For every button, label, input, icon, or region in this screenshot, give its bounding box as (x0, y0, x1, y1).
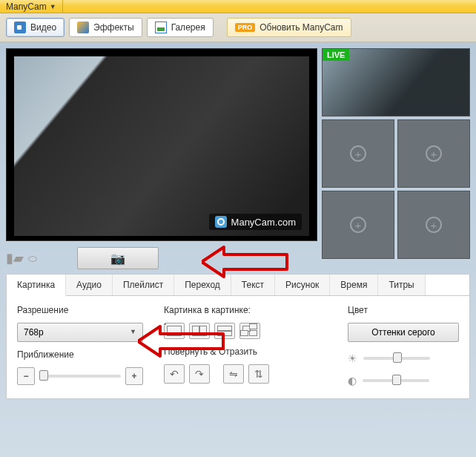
tab-effects[interactable]: Эффекты (69, 18, 142, 37)
tab-effects-label: Эффекты (93, 22, 134, 33)
zoom-out-button[interactable]: − (17, 367, 35, 385)
video-icon (14, 22, 26, 33)
main-toolbar: Видео Эффекты Галерея PRO Обновить ManyC… (0, 13, 476, 42)
brightness-row: ☀ (348, 352, 459, 364)
effects-icon (77, 22, 89, 33)
zoom-label: Приближение (17, 349, 143, 360)
upgrade-label: Обновить ManyCam (260, 22, 343, 33)
flip-horizontal-button[interactable]: ⇋ (223, 364, 244, 384)
ctrl-tab-label: Плейлист (123, 280, 163, 290)
annotation-arrow-1 (202, 243, 291, 280)
plus-icon: + (426, 145, 442, 162)
record-controls: ▮▰ ⬭ (6, 250, 37, 266)
ctrl-tab-label: Время (340, 280, 367, 290)
ctrl-tab-label: Рисунок (285, 280, 319, 290)
grayscale-label: Оттенки серого (371, 327, 435, 338)
camcorder-icon[interactable]: ▮▰ (6, 250, 24, 266)
watermark: ManyCam.com (209, 214, 302, 230)
main-area: ManyCam.com ▮▰ ⬭ 📷 LIVE + + + + (0, 42, 476, 274)
contrast-icon: ◐ (348, 375, 357, 387)
plus-icon: + (426, 217, 442, 233)
gallery-icon (155, 22, 167, 33)
ctrl-tab-label: Титры (389, 280, 414, 290)
color-label: Цвет (348, 305, 459, 315)
tab-gallery-label: Галерея (171, 22, 205, 33)
camera-icon: 📷 (110, 251, 125, 266)
contrast-row: ◐ (348, 375, 459, 387)
ctrl-tab-label: Текст (242, 280, 264, 290)
snapshot-button[interactable]: 📷 (77, 247, 159, 269)
annotation-arrow-2 (138, 323, 227, 360)
plus-icon: + (350, 145, 366, 162)
resolution-value: 768p (24, 327, 44, 338)
ctrl-tab-audio[interactable]: Аудио (66, 274, 113, 295)
tab-gallery[interactable]: Галерея (147, 18, 214, 37)
source-slot-3[interactable]: + (397, 119, 470, 188)
col-color: Цвет Оттенки серого ☀ ◐ (348, 305, 459, 387)
slider-thumb[interactable] (39, 370, 48, 381)
tab-video-label: Видео (30, 22, 56, 33)
slider-thumb[interactable] (393, 352, 402, 363)
ctrl-tab-picture[interactable]: Картинка (7, 274, 66, 296)
source-grid: LIVE + + + + (322, 48, 470, 271)
chevron-down-icon: ▼ (50, 3, 56, 10)
plus-icon: + (350, 217, 366, 233)
pip-label: Картинка в картинке: (164, 305, 269, 315)
resolution-label: Разрешение (17, 305, 143, 315)
ctrl-tab-time[interactable]: Время (330, 274, 378, 295)
ctrl-tab-playlist[interactable]: Плейлист (113, 274, 174, 295)
grayscale-button[interactable]: Оттенки серого (348, 323, 459, 342)
app-menu[interactable]: ManyCam ▼ (0, 0, 63, 13)
video-content: ManyCam.com (14, 56, 309, 236)
contrast-slider[interactable] (363, 379, 429, 382)
switch-icon[interactable]: ⬭ (28, 252, 37, 265)
manycam-logo-icon (215, 216, 227, 228)
pip-layout-4[interactable] (239, 323, 260, 339)
ctrl-tab-label: Картинка (17, 280, 55, 290)
source-slot-4[interactable]: + (322, 191, 394, 259)
source-slot-2[interactable]: + (322, 119, 394, 188)
video-preview: ManyCam.com (6, 48, 317, 241)
resolution-select[interactable]: 768p (17, 323, 143, 342)
zoom-controls: − + (17, 367, 143, 385)
zoom-slider[interactable] (39, 375, 121, 378)
ctrl-tab-label: Переход (185, 280, 220, 290)
upgrade-button[interactable]: PRO Обновить ManyCam (227, 18, 351, 37)
live-badge: LIVE (323, 49, 349, 61)
col-resolution: Разрешение 768p Приближение − + (17, 305, 143, 387)
pro-badge: PRO (235, 23, 256, 32)
svg-marker-1 (138, 326, 223, 356)
tab-video[interactable]: Видео (6, 18, 65, 37)
preview-pane: ManyCam.com ▮▰ ⬭ 📷 (6, 48, 317, 271)
app-menu-label: ManyCam (6, 1, 47, 12)
watermark-text: ManyCam.com (231, 217, 296, 228)
rotate-ccw-button[interactable]: ↶ (164, 364, 185, 384)
source-slot-1[interactable]: LIVE (322, 48, 470, 116)
controls-body: Разрешение 768p Приближение − + Картинка… (7, 296, 469, 398)
svg-marker-0 (202, 247, 287, 277)
ctrl-tab-label: Аудио (76, 280, 102, 290)
slider-thumb[interactable] (392, 375, 401, 385)
brightness-icon: ☀ (348, 352, 357, 364)
ctrl-tab-titles[interactable]: Титры (378, 274, 425, 295)
zoom-in-button[interactable]: + (125, 367, 143, 385)
brightness-slider[interactable] (363, 357, 430, 360)
rotate-buttons: ↶ ↷ ⇋ ⇅ (164, 364, 269, 384)
flip-vertical-button[interactable]: ⇅ (248, 364, 269, 384)
rotate-cw-button[interactable]: ↷ (189, 364, 210, 384)
source-slot-5[interactable]: + (397, 191, 470, 259)
controls-panel: Картинка Аудио Плейлист Переход Текст Ри… (6, 274, 470, 399)
menu-bar: ManyCam ▼ (0, 0, 476, 13)
